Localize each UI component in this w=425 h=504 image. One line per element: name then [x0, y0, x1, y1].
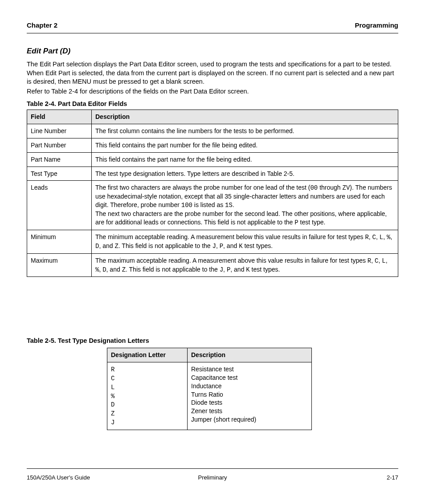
intro-paragraph-1: The Edit Part selection displays the Par…: [27, 60, 398, 86]
table-row: Part NumberThis field contains the part …: [27, 138, 398, 152]
description-cell: The maximum acceptable reading. A measur…: [92, 253, 398, 277]
field-cell: Part Name: [27, 152, 92, 167]
table-row: RCL%DZJ Resistance testCapacitance testI…: [107, 362, 312, 430]
designation-descriptions-cell: Resistance testCapacitance testInductanc…: [188, 362, 312, 430]
field-cell: Test Type: [27, 167, 92, 181]
field-cell: Line Number: [27, 124, 92, 138]
field-cell: Minimum: [27, 230, 92, 253]
description-cell: The first column contains the line numbe…: [92, 124, 398, 138]
field-cell: Part Number: [27, 138, 92, 152]
description-cell: This field contains the part name for th…: [92, 152, 398, 167]
header-section: Programming: [355, 21, 398, 29]
header-chapter: Chapter 2: [27, 21, 57, 29]
field-cell: Leads: [27, 181, 92, 230]
intro-paragraph-2: Refer to Table 2-4 for descriptions of t…: [27, 87, 398, 96]
footer-rule: [27, 468, 398, 469]
section-title: Edit Part (D): [27, 47, 70, 56]
table-row: Line NumberThe first column contains the…: [27, 124, 398, 138]
designation-letters-cell: RCL%DZJ: [107, 362, 188, 430]
description-cell: The minimum acceptable reading. A measur…: [92, 230, 398, 253]
table-header-row: Field Description: [27, 110, 398, 124]
footer-page-number: 2-17: [387, 474, 398, 481]
footer-status: Preliminary: [0, 474, 425, 481]
table-1-caption: Table 2-4. Part Data Editor Fields: [27, 100, 127, 107]
table-header-row: Designation Letter Description: [107, 348, 312, 362]
table-row: Part NameThis field contains the part na…: [27, 152, 398, 167]
col-header-description: Description: [92, 110, 398, 124]
description-cell: The test type designation letters. Type …: [92, 167, 398, 181]
test-type-letters-table: Designation Letter Description RCL%DZJ R…: [107, 348, 312, 430]
description-cell: The first two characters are always the …: [92, 181, 398, 230]
table-row: MinimumThe minimum acceptable reading. A…: [27, 230, 398, 253]
table-row: Test TypeThe test type designation lette…: [27, 167, 398, 181]
table-row: LeadsThe first two characters are always…: [27, 181, 398, 230]
table-2-caption: Table 2-5. Test Type Designation Letters: [27, 337, 149, 344]
field-cell: Maximum: [27, 253, 92, 277]
col-header-field: Field: [27, 110, 92, 124]
part-data-editor-fields-table: Field Description Line NumberThe first c…: [27, 110, 398, 277]
header-rule: [27, 33, 398, 33]
description-cell: This field contains the part number for …: [92, 138, 398, 152]
col-header-description: Description: [188, 348, 312, 362]
table-row: MaximumThe maximum acceptable reading. A…: [27, 253, 398, 277]
col-header-designation: Designation Letter: [107, 348, 188, 362]
